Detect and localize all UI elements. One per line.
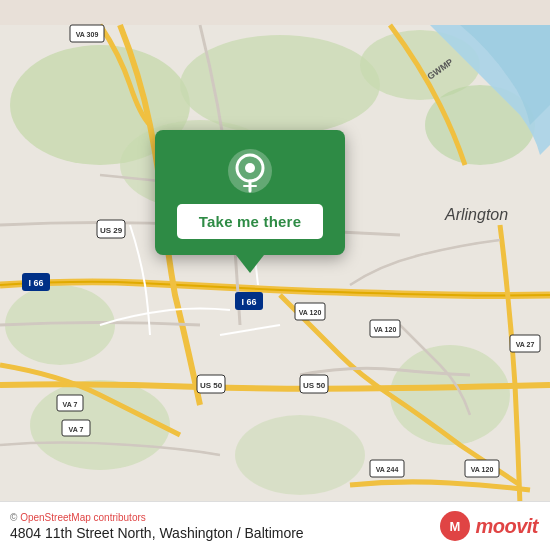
svg-text:US 29: US 29 xyxy=(100,226,123,235)
moovit-brand-text: moovit xyxy=(475,515,538,538)
footer-left: © OpenStreetMap contributors 4804 11th S… xyxy=(10,512,304,541)
moovit-logo: M moovit xyxy=(439,510,538,542)
svg-text:VA 7: VA 7 xyxy=(69,426,84,433)
location-pin-icon xyxy=(227,148,273,194)
svg-text:VA 120: VA 120 xyxy=(471,466,494,473)
svg-text:VA 7: VA 7 xyxy=(63,401,78,408)
map-background: I 66 I 66 US 29 US 50 US 50 VA 7 VA 7 VA… xyxy=(0,0,550,550)
moovit-icon: M xyxy=(439,510,471,542)
svg-point-2 xyxy=(180,35,380,135)
svg-point-8 xyxy=(235,415,365,495)
svg-text:VA 27: VA 27 xyxy=(516,341,535,348)
svg-text:VA 120: VA 120 xyxy=(299,309,322,316)
svg-text:M: M xyxy=(450,519,461,534)
svg-text:US 50: US 50 xyxy=(200,381,223,390)
svg-point-40 xyxy=(245,163,255,173)
footer: © OpenStreetMap contributors 4804 11th S… xyxy=(0,501,550,550)
svg-text:VA 120: VA 120 xyxy=(374,326,397,333)
svg-text:VA 244: VA 244 xyxy=(376,466,399,473)
svg-text:Arlington: Arlington xyxy=(444,206,508,223)
take-me-there-button[interactable]: Take me there xyxy=(177,204,323,239)
svg-text:US 50: US 50 xyxy=(303,381,326,390)
map-container: I 66 I 66 US 29 US 50 US 50 VA 7 VA 7 VA… xyxy=(0,0,550,550)
popup-card: Take me there xyxy=(155,130,345,255)
address: 4804 11th Street North, Washington / Bal… xyxy=(10,525,304,541)
svg-text:I 66: I 66 xyxy=(28,278,43,288)
svg-point-9 xyxy=(390,345,510,445)
svg-text:VA 309: VA 309 xyxy=(76,31,99,38)
attribution: © OpenStreetMap contributors xyxy=(10,512,304,523)
attribution-prefix: © xyxy=(10,512,20,523)
svg-text:I 66: I 66 xyxy=(241,297,256,307)
attribution-link[interactable]: OpenStreetMap contributors xyxy=(20,512,146,523)
